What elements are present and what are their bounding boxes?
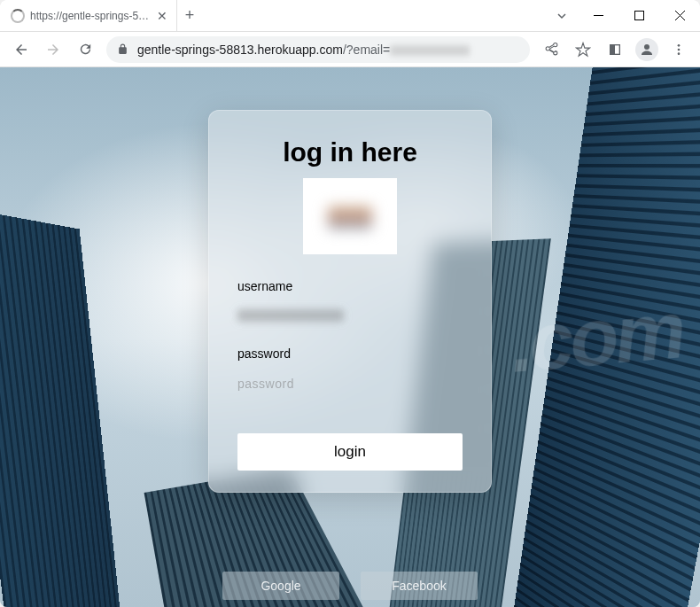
login-card: log in here username password password l… — [208, 110, 492, 493]
social-buttons: Google Facebook — [222, 572, 478, 600]
logo-image — [303, 178, 397, 254]
svg-point-7 — [678, 44, 681, 47]
profile-avatar[interactable] — [633, 35, 661, 64]
redacted-content — [328, 206, 372, 230]
minimize-button[interactable] — [578, 0, 618, 32]
loading-spinner-icon — [11, 9, 25, 23]
facebook-login-button[interactable]: Facebook — [361, 572, 478, 600]
svg-point-9 — [678, 52, 681, 55]
lock-icon — [117, 43, 128, 55]
login-button[interactable]: login — [237, 433, 463, 471]
new-tab-button[interactable]: + — [177, 0, 202, 31]
browser-window: https://gentle-springs-58813.her ✕ + — [0, 0, 700, 607]
username-input[interactable] — [237, 309, 344, 322]
reload-button[interactable] — [71, 35, 99, 64]
password-label: password — [237, 346, 463, 361]
redacted-content — [390, 45, 470, 56]
forward-button[interactable] — [39, 35, 67, 64]
title-bar: https://gentle-springs-58813.her ✕ + — [0, 0, 700, 32]
svg-rect-1 — [634, 12, 643, 20]
page-content: .com log in here username password passw… — [0, 67, 700, 607]
login-title: log in here — [237, 137, 463, 167]
browser-tab[interactable]: https://gentle-springs-58813.her ✕ — [0, 0, 177, 31]
bookmark-star-icon[interactable] — [569, 35, 597, 64]
svg-point-8 — [678, 48, 681, 51]
address-bar[interactable]: gentle-springs-58813.herokuapp.com/?emai… — [106, 36, 530, 63]
username-label: username — [237, 279, 463, 293]
menu-icon[interactable] — [665, 35, 693, 64]
browser-toolbar: gentle-springs-58813.herokuapp.com/?emai… — [0, 32, 700, 67]
url-text: gentle-springs-58813.herokuapp.com/?emai… — [137, 43, 519, 57]
chevron-down-icon[interactable] — [546, 0, 578, 31]
svg-point-6 — [644, 44, 649, 50]
window-controls — [578, 0, 700, 31]
close-window-button[interactable] — [659, 0, 700, 32]
share-icon[interactable] — [537, 35, 565, 64]
tab-title: https://gentle-springs-58813.her — [30, 10, 150, 22]
password-input[interactable]: password — [237, 377, 463, 391]
extensions-icon[interactable] — [601, 35, 629, 64]
google-login-button[interactable]: Google — [222, 572, 339, 600]
svg-rect-5 — [611, 44, 615, 54]
close-tab-icon[interactable]: ✕ — [155, 9, 169, 23]
maximize-button[interactable] — [618, 0, 659, 32]
back-button[interactable] — [7, 35, 35, 64]
